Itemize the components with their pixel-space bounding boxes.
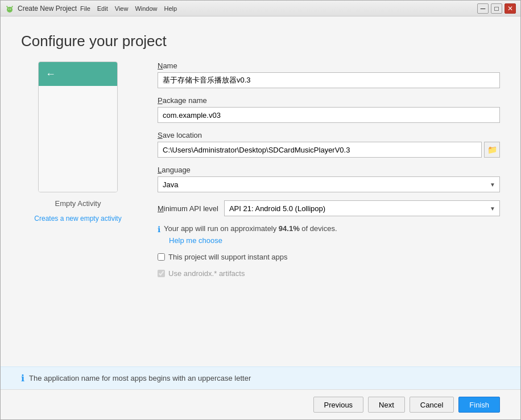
previous-button[interactable]: Previous [313, 397, 364, 413]
instant-apps-checkbox[interactable] [158, 253, 165, 261]
info-percent: 94.1% [279, 224, 300, 233]
androidx-row: Use androidx.* artifacts [158, 269, 500, 278]
info-text-after: of devices. [300, 224, 337, 233]
language-select[interactable]: Java Kotlin [158, 176, 500, 192]
svg-rect-1 [7, 8, 12, 11]
svg-point-4 [9, 9, 10, 10]
api-select-wrapper: API 16: Android 4.1 (Jelly Bean) API 19:… [224, 200, 500, 216]
title-bar-controls: ─ □ ✕ [477, 3, 516, 14]
name-input[interactable] [158, 72, 500, 88]
phone-top-bar: ← [39, 62, 117, 86]
svg-line-2 [7, 6, 8, 8]
main-body: ← Empty Activity Creates a new empty act… [1, 61, 520, 367]
activity-description: Creates a new empty activity [34, 215, 121, 223]
title-bar: Create New Project File Edit View Window… [1, 1, 520, 17]
android-icon [5, 4, 14, 13]
help-me-choose-link[interactable]: Help me choose [169, 236, 500, 245]
browse-folder-button[interactable]: 📁 [484, 142, 500, 158]
title-bar-menu: File Edit View Window Help [80, 5, 177, 12]
save-location-label: Save location [158, 131, 500, 139]
svg-point-5 [10, 9, 11, 10]
phone-preview: ← [38, 61, 118, 192]
folder-icon: 📁 [487, 145, 497, 154]
name-label-underline: N [158, 61, 163, 70]
info-devices-text: Your app will run on approximately 94.1%… [164, 224, 337, 233]
save-label-underline: S [158, 131, 163, 139]
bottom-info-icon: ℹ [21, 373, 24, 384]
right-panel: Name Package name Save location [158, 61, 500, 367]
close-button[interactable]: ✕ [505, 3, 516, 14]
minimize-button[interactable]: ─ [477, 3, 489, 14]
language-group: Language Java Kotlin [158, 166, 500, 192]
maximize-button[interactable]: □ [491, 3, 502, 14]
instant-apps-label: This project will support instant apps [168, 253, 288, 261]
title-bar-left: Create New Project File Edit View Window… [5, 4, 177, 13]
bottom-info-bar: ℹ The application name for most apps beg… [1, 367, 520, 389]
instant-apps-row: This project will support instant apps [158, 253, 500, 261]
bottom-info-text: The application name for most apps begin… [29, 374, 251, 382]
language-label: Language [158, 166, 500, 174]
info-box: ℹ Your app will run on approximately 94.… [158, 224, 500, 245]
language-label-underline: L [158, 166, 162, 174]
left-panel: ← Empty Activity Creates a new empty act… [21, 61, 135, 367]
next-button[interactable]: Next [368, 397, 405, 413]
save-location-row: 📁 [158, 142, 500, 158]
package-name-group: Package name [158, 96, 500, 123]
menu-window[interactable]: Window [135, 5, 157, 12]
package-label-underline: P [158, 96, 163, 105]
finish-button[interactable]: Finish [458, 397, 500, 413]
api-select[interactable]: API 16: Android 4.1 (Jelly Bean) API 19:… [224, 200, 500, 216]
menu-file[interactable]: File [80, 5, 90, 12]
name-group: Name [158, 61, 500, 88]
phone-content [39, 86, 117, 192]
api-row: Minimum API level API 16: Android 4.1 (J… [158, 200, 500, 216]
content: Configure your project ← Empty Activity … [1, 17, 520, 419]
activity-label: Empty Activity [55, 199, 101, 208]
menu-view[interactable]: View [115, 5, 129, 12]
package-name-input[interactable] [158, 107, 500, 123]
cancel-button[interactable]: Cancel [410, 397, 454, 413]
androidx-checkbox[interactable] [158, 270, 165, 277]
name-label: Name [158, 61, 500, 70]
info-devices-row: ℹ Your app will run on approximately 94.… [158, 224, 500, 234]
page-title: Configure your project [1, 17, 520, 61]
info-icon: ℹ [158, 225, 160, 234]
save-location-input[interactable] [158, 142, 482, 158]
package-name-label: Package name [158, 96, 500, 105]
androidx-label: Use androidx.* artifacts [168, 269, 245, 278]
api-label-underline: M [158, 204, 164, 213]
back-arrow-icon: ← [46, 68, 56, 80]
api-label: Minimum API level [158, 204, 218, 213]
info-text-before: Your app will run on approximately [164, 224, 279, 233]
menu-edit[interactable]: Edit [97, 5, 108, 12]
title-bar-title: Create New Project [18, 5, 77, 13]
main-window: Create New Project File Edit View Window… [0, 0, 521, 420]
menu-help[interactable]: Help [164, 5, 177, 12]
save-location-group: Save location 📁 [158, 131, 500, 158]
footer: Previous Next Cancel Finish [1, 389, 520, 419]
svg-line-3 [11, 6, 13, 8]
language-select-wrapper: Java Kotlin [158, 176, 500, 192]
